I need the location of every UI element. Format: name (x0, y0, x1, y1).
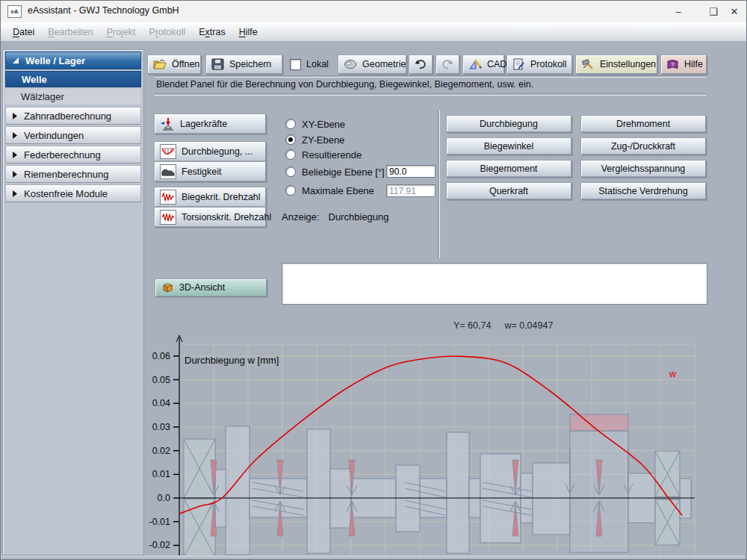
save-button-label: Speichern (229, 59, 271, 69)
close-button[interactable]: ✕ (723, 4, 746, 18)
sidebar-item-welle[interactable]: Welle (5, 71, 141, 87)
result-button-querkraft[interactable]: Querkraft (446, 182, 571, 199)
radio-row-maximale-ebene: Maximale Ebene (285, 184, 374, 196)
separator-line (155, 75, 706, 78)
sidebar-item-kostenfreie-module[interactable]: Kostenfreie Module (5, 184, 141, 202)
sidebar-item-federberechnung[interactable]: Federberechnung (5, 146, 141, 164)
radio-row-resultierende: Resultierende (285, 149, 362, 161)
sidebar-item-zahnradberechnung[interactable]: Zahnradberechnung (5, 107, 141, 125)
radio-row-beliebige-ebene-: Beliebige Ebene [°] (285, 166, 385, 178)
cursor-position-value: Y= 60,74 (453, 320, 491, 331)
result-button-biegewinkel[interactable]: Biegewinkel (446, 137, 571, 155)
result-button-drehmoment[interactable]: Drehmoment (580, 115, 706, 132)
bearing-forces-icon (160, 117, 175, 131)
radio-unselected[interactable] (285, 119, 296, 129)
cad-icon (468, 58, 482, 70)
redo-icon (441, 59, 454, 69)
anzeige-row: Anzeige: Durchbiegung (282, 211, 389, 223)
result-button-label: Statische Verdrehung (598, 186, 688, 196)
sidebar-navigation: Welle / LagerWelleWälzlagerZahnradberech… (2, 49, 144, 556)
strength-icon (160, 164, 176, 179)
beliebige-ebene-input[interactable] (386, 165, 436, 178)
sidebar-item-label: Riemenberechnung (24, 169, 108, 180)
result-button-statische-verdrehung[interactable]: Statische Verdrehung (580, 182, 706, 199)
result-button-vergleichsspannung[interactable]: Vergleichsspannung (580, 160, 706, 177)
sidebar-item-label: Welle (22, 74, 47, 85)
durchbiegung-button-label: Durchbiegung, ... (182, 146, 252, 157)
settings-tools-icon (581, 58, 595, 70)
menu-item-projekt: Projekt (100, 27, 143, 37)
view-3d-button-label: 3D-Ansicht (179, 282, 225, 293)
svg-text:w: w (669, 369, 677, 379)
result-button-label: Biegewinkel (484, 141, 534, 152)
biegekrit-drehzahl-button[interactable]: Biegekrit. Drehzahl (154, 187, 266, 207)
result-button-biegemoment[interactable]: Biegemoment (446, 160, 571, 177)
app-icon: eA (7, 5, 22, 18)
radio-label: XY-Ebene (302, 119, 345, 130)
festigkeit-button-label: Festigkeit (182, 167, 222, 177)
protocol-button-label: Protokoll (530, 59, 567, 69)
save-floppy-icon (211, 58, 224, 70)
sidebar-item-riemenberechnung[interactable]: Riemenberechnung (5, 165, 141, 183)
minimize-button[interactable]: – (667, 4, 689, 18)
menu-item-datei[interactable]: Datei (6, 27, 41, 37)
biegekrit-button-label: Biegekrit. Drehzahl (182, 192, 261, 202)
torsionskrit-drehzahl-button[interactable]: Torsionskrit. Drehzahl (154, 207, 266, 227)
redo-button[interactable] (436, 55, 459, 74)
svg-text:0.02: 0.02 (152, 446, 170, 456)
help-button[interactable]: ? Hilfe (660, 55, 707, 74)
sidebar-item-verbindungen[interactable]: Verbindungen (5, 126, 141, 144)
lagerkraefte-button-label: Lagerkräfte (180, 119, 227, 129)
radio-unselected[interactable] (285, 185, 296, 196)
radio-unselected[interactable] (285, 167, 296, 177)
radio-label: Maximale Ebene (302, 185, 374, 196)
svg-text:0.06: 0.06 (152, 351, 170, 361)
menu-item-bearbeiten: Bearbeiten (41, 27, 99, 37)
protocol-button[interactable]: Protokoll (506, 55, 572, 74)
result-button-label: Durchbiegung (480, 119, 538, 129)
cad-button[interactable]: CAD (462, 55, 504, 74)
radio-row-xy-ebene: XY-Ebene (285, 118, 345, 130)
durchbiegung-button[interactable]: Durchbiegung, ... (154, 141, 266, 161)
result-button-label: Querkraft (489, 186, 528, 196)
sidebar-item-label: Wälzlager (21, 91, 64, 102)
view-3d-button[interactable]: 3D-Ansicht (155, 279, 267, 296)
separator-line (155, 93, 706, 96)
result-button-durchbiegung[interactable]: Durchbiegung (446, 115, 571, 132)
svg-text:0.05: 0.05 (152, 375, 170, 385)
cad-button-label: CAD (487, 59, 506, 69)
lagerkraefte-button[interactable]: Lagerkräfte (154, 113, 266, 134)
radio-label: Beliebige Ebene [°] (302, 167, 385, 178)
vertical-divider (438, 111, 440, 258)
window-title: eAssistant - GWJ Technology GmbH (28, 5, 179, 16)
svg-text:0.03: 0.03 (152, 422, 170, 432)
radio-label: ZY-Ebene (302, 134, 344, 146)
sidebar-item-label: Kostenfreie Module (24, 188, 108, 199)
settings-button[interactable]: Einstellungen (575, 55, 657, 74)
undo-button[interactable] (409, 55, 433, 74)
torsion-speed-wave-icon (160, 210, 176, 225)
cursor-deflection-value: w= 0,04947 (504, 320, 553, 331)
protocol-notepad-icon (512, 58, 525, 70)
svg-text:-0.01: -0.01 (149, 517, 170, 527)
geometry-button[interactable]: Geometrie (338, 55, 406, 74)
settings-button-label: Einstellungen (600, 59, 656, 69)
menu-item-extras[interactable]: Extras (192, 27, 232, 37)
result-button-label: Zug-/Druckkraft (611, 141, 675, 152)
menu-item-hilfe[interactable]: Hilfe (232, 27, 264, 37)
radio-unselected[interactable] (285, 149, 296, 160)
svg-text:0.0: 0.0 (158, 493, 170, 503)
collapsed-triangle-icon (12, 112, 18, 120)
info-status-text: Blendet Panel für die Berechnung von Dur… (156, 79, 533, 90)
lokal-checkbox[interactable] (290, 59, 301, 70)
result-button-zug-druckkraft[interactable]: Zug-/Druckkraft (580, 137, 706, 155)
open-button[interactable]: Öffnen (147, 55, 201, 74)
sidebar-item-welle-lager[interactable]: Welle / Lager (5, 52, 141, 69)
sidebar-item-label: Welle / Lager (25, 55, 85, 66)
maximize-button[interactable]: ❑ (702, 4, 725, 18)
save-button[interactable]: Speichern (205, 55, 282, 74)
sidebar-item-w-lzlager[interactable]: Wälzlager (5, 89, 141, 105)
anzeige-value: Durchbiegung (329, 211, 389, 223)
radio-selected[interactable] (285, 134, 296, 145)
festigkeit-button[interactable]: Festigkeit (154, 161, 266, 181)
